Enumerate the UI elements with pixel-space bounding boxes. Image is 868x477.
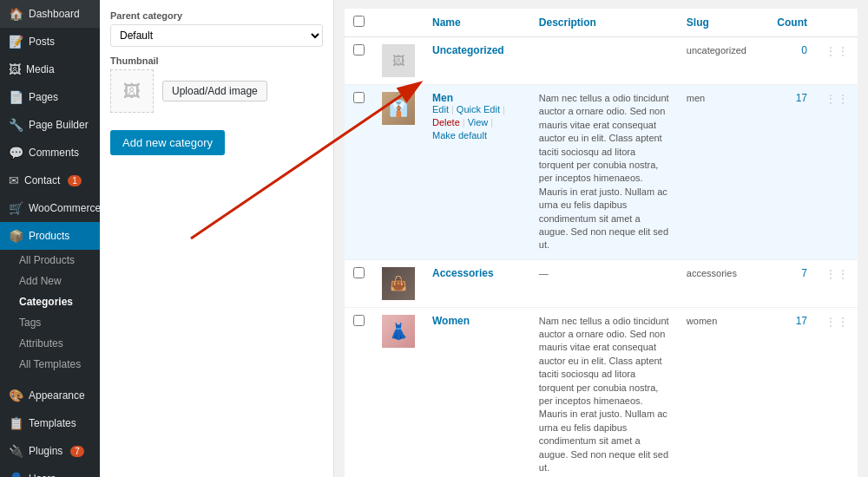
sidebar-sub-attributes[interactable]: Attributes [0, 333, 100, 354]
row-thumb-accessories: 👜 [373, 259, 424, 307]
drag-handle-icon[interactable]: ⋮⋮ [825, 92, 849, 106]
table-header: Name Description Slug Count [345, 9, 858, 37]
row-thumb-men: 👔 [373, 85, 424, 260]
parent-category-row: Parent category Default [110, 10, 323, 47]
row-drag-uncategorized: ⋮⋮ [816, 37, 858, 85]
appearance-icon: 🎨 [9, 389, 23, 402]
row-desc-women: Nam nec tellus a odio tincidunt auctor a… [530, 307, 678, 477]
thumbnail-men: 👔 [382, 92, 415, 125]
row-drag-women: ⋮⋮ [816, 307, 858, 477]
sidebar-sub-categories[interactable]: Categories [0, 291, 100, 312]
count-link-uncategorized[interactable]: 0 [801, 44, 807, 56]
parent-category-select[interactable]: Default [110, 24, 323, 47]
sidebar-item-dashboard[interactable]: 🏠 Dashboard [0, 0, 100, 28]
quick-edit-men-link[interactable]: Quick Edit [457, 104, 500, 114]
th-name[interactable]: Name [424, 9, 530, 37]
desc-text-men: Nam nec tellus a odio tincidunt auctor a… [539, 93, 669, 250]
contact-icon: ✉ [9, 173, 19, 187]
category-link-uncategorized[interactable]: Uncategorized [432, 44, 504, 56]
th-checkbox [345, 9, 373, 37]
sidebar-item-appearance[interactable]: 🎨 Appearance [0, 382, 100, 409]
thumbnail-women: 👗 [382, 315, 415, 348]
thumbnail-placeholder: 🖼 [110, 69, 154, 113]
sidebar-item-posts[interactable]: 📝 Posts [0, 28, 100, 56]
sidebar-sub-all-products[interactable]: All Products [0, 250, 100, 271]
row-checkbox-uncategorized[interactable] [345, 37, 373, 85]
sidebar-label-users: Users [29, 473, 56, 477]
view-men-link[interactable]: View [468, 117, 489, 127]
sidebar-item-plugins[interactable]: 🔌 Plugins 7 [0, 437, 100, 465]
add-new-category-button[interactable]: Add new category [110, 130, 225, 155]
sidebar-label-pages: Pages [29, 91, 58, 103]
thumbnail-uncategorized: 🖼 [382, 44, 415, 77]
sidebar-label-dashboard: Dashboard [29, 8, 80, 20]
table-body: 🖼 Uncategorized uncategorized 0 [345, 37, 858, 478]
row-count-accessories: 7 [768, 259, 816, 307]
main-content: Name Description Slug Count 🖼 Uncategori… [334, 0, 868, 477]
sidebar-item-comments[interactable]: 💬 Comments [0, 139, 100, 167]
sidebar-item-contact[interactable]: ✉ Contact 1 [0, 167, 100, 194]
sidebar-label-plugins: Plugins [29, 445, 62, 457]
drag-handle-icon[interactable]: ⋮⋮ [825, 44, 849, 58]
row-name-accessories: Accessories [424, 259, 530, 307]
sidebar-item-products[interactable]: 📦 Products [0, 222, 100, 250]
select-all-checkbox[interactable] [353, 16, 365, 27]
sidebar-label-contact: Contact [24, 174, 60, 186]
sidebar-item-users[interactable]: 👤 Users [0, 465, 100, 477]
table-row: 👜 Accessories — accessories 7 [345, 259, 858, 307]
count-link-women[interactable]: 17 [796, 315, 807, 327]
category-link-accessories[interactable]: Accessories [432, 267, 494, 279]
categories-table: Name Description Slug Count 🖼 Uncategori… [345, 9, 858, 477]
sidebar-label-woocommerce: WooCommerce [29, 202, 100, 214]
slug-men: men [687, 93, 705, 103]
image-placeholder-icon: 🖼 [123, 82, 141, 101]
sidebar-sub-tags[interactable]: Tags [0, 312, 100, 333]
upload-image-button[interactable]: Upload/Add image [162, 81, 267, 101]
drag-handle-icon[interactable]: ⋮⋮ [825, 267, 849, 281]
sidebar-item-woocommerce[interactable]: 🛒 WooCommerce [0, 194, 100, 222]
row-slug-men: men [678, 85, 769, 260]
edit-men-link[interactable]: Edit [432, 104, 449, 114]
row-name-men: Men Edit | Quick Edit | Delete | View | … [424, 85, 530, 260]
sidebar-label-products: Products [29, 230, 69, 242]
row-checkbox-men[interactable] [345, 85, 373, 260]
sidebar-label-posts: Posts [29, 36, 55, 48]
row-checkbox-accessories[interactable] [345, 259, 373, 307]
sidebar-item-page-builder[interactable]: 🔧 Page Builder [0, 111, 100, 139]
table-row: 👗 Women Nam nec tellus a odio tincidunt … [345, 307, 858, 477]
thumbnail-row: 🖼 Upload/Add image [110, 69, 323, 113]
sidebar-sub-add-new[interactable]: Add New [0, 271, 100, 291]
drag-handle-icon[interactable]: ⋮⋮ [825, 315, 849, 329]
category-link-men[interactable]: Men [432, 92, 453, 104]
th-slug[interactable]: Slug [678, 9, 769, 37]
row-checkbox-women[interactable] [345, 307, 373, 477]
count-link-accessories[interactable]: 7 [801, 267, 807, 279]
dashboard-icon: 🏠 [9, 7, 23, 21]
delete-men-link[interactable]: Delete [432, 117, 460, 127]
th-description[interactable]: Description [530, 9, 678, 37]
th-count[interactable]: Count [768, 9, 816, 37]
desc-text-women: Nam nec tellus a odio tincidunt auctor a… [539, 316, 669, 473]
row-drag-men: ⋮⋮ [816, 85, 858, 260]
category-link-women[interactable]: Women [432, 315, 470, 327]
sidebar-item-media[interactable]: 🖼 Media [0, 56, 100, 83]
slug-women: women [687, 316, 717, 326]
thumbnail-label: Thumbnail [110, 56, 323, 66]
posts-icon: 📝 [9, 35, 23, 49]
row-slug-accessories: accessories [678, 259, 769, 307]
row-count-uncategorized: 0 [768, 37, 816, 85]
left-panel: Parent category Default Thumbnail 🖼 Uplo… [100, 0, 334, 477]
count-link-men[interactable]: 17 [796, 92, 807, 104]
th-actions [816, 9, 858, 37]
row-actions-men: Edit | Quick Edit | Delete | View | Make… [432, 104, 522, 140]
main-inner: Name Description Slug Count 🖼 Uncategori… [334, 0, 868, 477]
comments-icon: 💬 [9, 146, 23, 160]
sidebar-sub-all-templates[interactable]: All Templates [0, 354, 100, 375]
sidebar-item-templates[interactable]: 📋 Templates [0, 409, 100, 437]
slug-accessories: accessories [687, 268, 737, 278]
woocommerce-icon: 🛒 [9, 201, 23, 215]
sidebar-label-templates: Templates [29, 417, 76, 429]
sidebar-item-pages[interactable]: 📄 Pages [0, 83, 100, 111]
make-default-men-link[interactable]: Make default [432, 130, 487, 140]
page-builder-icon: 🔧 [9, 118, 23, 132]
